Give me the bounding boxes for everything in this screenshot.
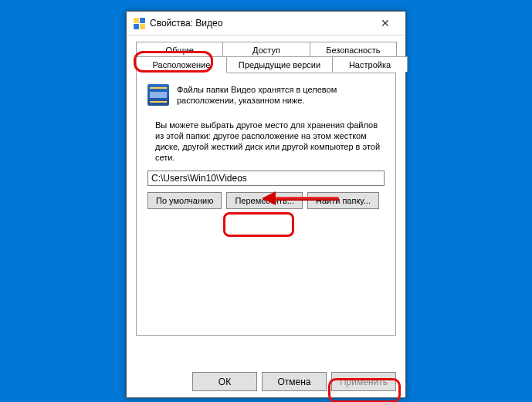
- dialog-footer: ОК Отмена Применить: [192, 372, 396, 391]
- tab-access[interactable]: Доступ: [222, 42, 310, 57]
- storage-description: Файлы папки Видео хранятся в целевом рас…: [177, 84, 385, 106]
- path-input[interactable]: C:\Users\Win10\Videos: [147, 171, 385, 186]
- apply-button[interactable]: Применить: [331, 372, 396, 391]
- video-folder-icon: [147, 84, 169, 106]
- ok-button[interactable]: ОК: [192, 372, 257, 391]
- tab-previous-versions[interactable]: Предыдущие версии: [226, 56, 333, 72]
- arrow-annotation-icon: [262, 191, 339, 205]
- tab-customize[interactable]: Настройка: [332, 56, 408, 72]
- tab-strip: Общие Доступ Безопасность Расположение П…: [136, 42, 396, 73]
- dialog-content: Общие Доступ Безопасность Расположение П…: [127, 35, 405, 336]
- close-icon[interactable]: ✕: [368, 12, 402, 35]
- path-value: C:\Users\Win10\Videos: [151, 173, 247, 184]
- tab-location[interactable]: Расположение: [136, 56, 227, 73]
- choose-location-description: Вы можете выбрать другое место для хране…: [155, 120, 385, 163]
- titlebar[interactable]: Свойства: Видео ✕: [127, 12, 405, 35]
- window-title: Свойства: Видео: [150, 18, 368, 29]
- restore-default-button[interactable]: По умолчанию: [147, 192, 222, 209]
- tab-general[interactable]: Общие: [136, 42, 223, 57]
- tab-security[interactable]: Безопасность: [310, 42, 397, 57]
- cancel-button[interactable]: Отмена: [262, 372, 327, 391]
- folder-video-icon: [133, 17, 145, 29]
